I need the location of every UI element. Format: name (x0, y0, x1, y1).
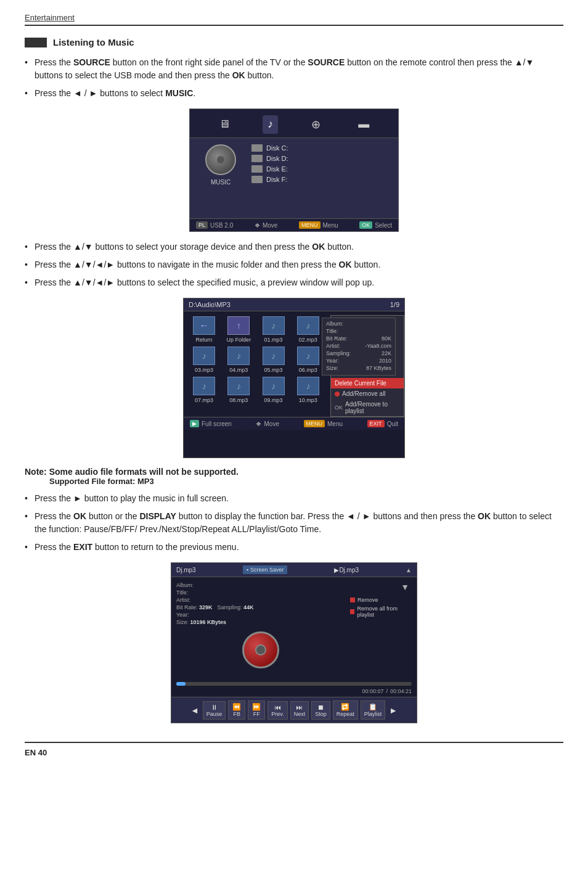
menu-badge-2: MENU (304, 420, 325, 427)
file-01[interactable]: 01.mp3 (258, 316, 289, 343)
info-sampling: Sampling: 44K (218, 604, 254, 610)
progress-time: 00:00:07 / 00:04:21 (176, 688, 412, 694)
add-remove-playlist-option[interactable]: OK Add/Remove to playlist (331, 399, 404, 416)
info-artist: Artist: (176, 597, 345, 603)
prev-track-icon: ⏮ (274, 704, 281, 711)
file-04[interactable]: 04.mp3 (223, 347, 254, 373)
pause-icon: ⏸ (211, 704, 218, 711)
mp3-07-icon (193, 377, 215, 395)
title-label: Title: (326, 328, 338, 334)
repeat-button[interactable]: 🔁 Repeat (333, 700, 358, 720)
file-area: Return Up Folder 01.mp3 02.mp3 03.mp3 (184, 311, 404, 417)
pause-button[interactable]: ⏸ Pause (203, 701, 226, 720)
disk-c-icon (251, 144, 263, 152)
list-item: Press the SOURCE button on the front rig… (25, 56, 563, 82)
size-label: Size: (326, 365, 338, 371)
file-09[interactable]: 09.mp3 (258, 377, 289, 403)
file-07[interactable]: 07.mp3 (189, 377, 219, 403)
page-footer: EN 40 (25, 742, 563, 757)
year-val: 2010 (379, 358, 391, 364)
fb-button[interactable]: ⏪ FB (228, 700, 245, 720)
file-02[interactable]: 02.mp3 (293, 316, 324, 343)
repeat-label: Repeat (337, 711, 354, 717)
album-label: Album: (326, 321, 343, 327)
playlist-scroll-up[interactable]: ▼ (350, 582, 412, 592)
usb-label: USB 2.0 (210, 222, 233, 229)
ff-button[interactable]: ⏩ FF (248, 700, 265, 720)
fullscreen-item: ▶ Full screen (190, 420, 232, 427)
disk-e-label: Disk E: (266, 165, 288, 173)
mp3-02-icon (297, 316, 319, 335)
mp3-01-icon (263, 316, 285, 335)
bullet-list-3: Press the ► button to play the music in … (25, 492, 563, 554)
file-grid: Return Up Folder 01.mp3 02.mp3 03.mp3 (184, 311, 329, 408)
next-button[interactable]: ⏭ Next (290, 701, 309, 720)
note-line1: Note: Some audio file formats will not b… (25, 467, 563, 477)
stop-button[interactable]: ⏹ Stop (311, 701, 330, 720)
prev-button[interactable]: ⏮ Prev. (267, 701, 287, 720)
menu-label: Menu (323, 222, 338, 229)
move-arrow-2: ❖ (256, 421, 261, 427)
remove-option[interactable]: Remove (350, 596, 412, 604)
page-header: Entertainment (25, 12, 563, 26)
playlist-label: Playlist (364, 711, 382, 717)
size-row: Size: 87 KBytes (326, 365, 391, 371)
screen-saver-label: Screen Saver (250, 567, 284, 573)
bullet-list-2: Press the ▲/▼ buttons to select your sto… (25, 240, 563, 289)
menu-item-2: MENU Menu (304, 420, 343, 427)
file-03[interactable]: 03.mp3 (189, 347, 219, 373)
progress-bar[interactable] (176, 682, 412, 686)
fullscreen-label: Full screen (202, 421, 232, 427)
player-disc (176, 631, 345, 668)
add-remove-all-option[interactable]: Add/Remove all (331, 388, 404, 399)
remove-dot-icon (350, 598, 355, 602)
album-row: Album: (326, 321, 391, 327)
delete-file-option[interactable]: Delete Current File (331, 378, 404, 388)
info-bitrate: Bit Rate: 329K (176, 604, 213, 610)
menu-item: MENU Menu (299, 221, 338, 229)
file-browser-titlebar: D:\Audio\MP3 1/9 (184, 298, 404, 311)
disk-d-row: Disk D: (251, 155, 392, 162)
file-up-folder[interactable]: Up Folder (223, 316, 254, 343)
stop-label: Stop (315, 711, 327, 717)
remove-label: Remove (357, 597, 378, 603)
file-05[interactable]: 05.mp3 (258, 347, 289, 373)
file-return[interactable]: Return (189, 316, 219, 343)
list-item: Press the ▲/▼/◄/► buttons to navigate in… (25, 258, 563, 271)
info-context-panel: Album: Title: Bit Rate: 80K Artist: -Yaa… (330, 311, 404, 417)
prev-arrow[interactable]: ◄ (189, 705, 200, 715)
file-08[interactable]: 08.mp3 (223, 377, 254, 403)
disk-f-row: Disk F: (251, 176, 392, 183)
progress-area: 00:00:07 / 00:04:21 (171, 680, 417, 697)
ff-label: FF (253, 711, 260, 717)
playlist-button[interactable]: 📋 Playlist (361, 700, 386, 720)
player-left: Album: Title: Artist: Bit Rate: 329K Sam… (176, 582, 345, 675)
list-item: Press the ◄ / ► buttons to select MUSIC. (25, 87, 563, 100)
list-item: Press the ▲/▼/◄/► buttons to select the … (25, 276, 563, 289)
playlist-icon: 📋 (369, 703, 377, 711)
screen-icon: ▪ (247, 567, 248, 573)
total-time: 00:04:21 (390, 688, 412, 694)
disc-icon (205, 144, 236, 175)
next-label: Next (294, 711, 306, 717)
disk-f-label: Disk F: (266, 176, 287, 183)
playlist-active-item: ▶Dj.mp3 (334, 567, 359, 573)
ui-screenshot-1: 🖥 ♪ ⊕ ▬ MUSIC Disk C: Disk D: Disk E: (189, 109, 399, 232)
screen-saver-button[interactable]: ▪ Screen Saver (243, 565, 288, 574)
file-06[interactable]: 06.mp3 (293, 347, 324, 373)
ui-screenshot-2: D:\Audio\MP3 1/9 Return Up Folder 01.mp3 (183, 298, 405, 458)
list-item: Press the OK button or the DISPLAY butto… (25, 510, 563, 536)
photo-icon: ⊕ (306, 115, 325, 134)
mp3-03-icon (193, 347, 215, 365)
file-10[interactable]: 10.mp3 (293, 377, 324, 403)
remove-all-option[interactable]: Remove all from playlist (350, 604, 412, 619)
fb-icon: ⏪ (232, 703, 241, 711)
section-title: Listening to Music (53, 37, 134, 47)
list-item: Press the ▲/▼ buttons to select your sto… (25, 240, 563, 253)
left-panel: MUSIC (196, 144, 245, 186)
year-label: Year: (326, 358, 339, 364)
info-size: Size: 10196 KBytes (176, 619, 345, 625)
usb-item: PL USB 2.0 (196, 221, 233, 229)
next-arrow[interactable]: ► (388, 705, 399, 715)
disk-d-icon (251, 155, 263, 162)
